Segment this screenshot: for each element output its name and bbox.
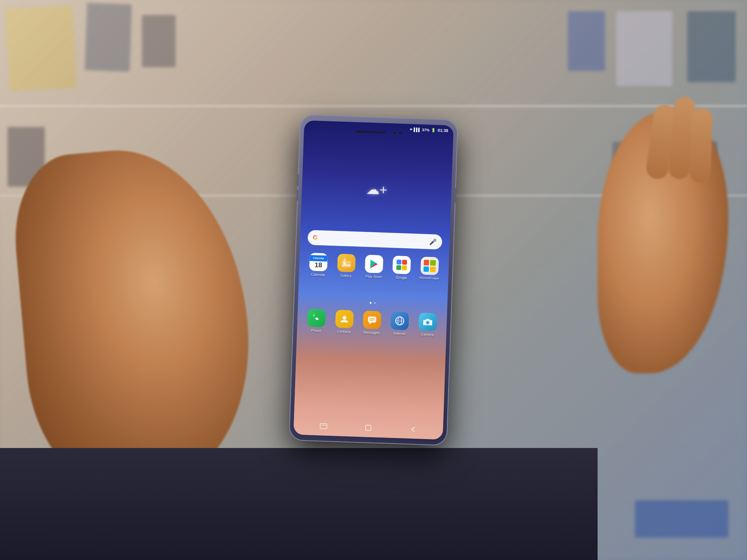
app-camera[interactable]: Camera: [414, 310, 441, 339]
svg-rect-8: [402, 265, 407, 270]
contacts-icon: [335, 310, 354, 329]
calendar-icon: Calendar 18: [309, 253, 328, 271]
playstore-label: Play Store: [365, 274, 382, 279]
bluetooth-icon: ✦: [409, 127, 412, 131]
contacts-svg: [339, 314, 349, 324]
app-messages[interactable]: Messages: [358, 308, 385, 337]
back-icon: [409, 426, 417, 433]
app-phone[interactable]: Phone: [303, 307, 330, 336]
home-icon: [365, 424, 372, 432]
recent-apps-button[interactable]: [317, 419, 331, 433]
search-bar[interactable]: G 🎤: [307, 230, 442, 250]
microsoft-grid: [424, 260, 436, 272]
hand-sleeve: [0, 448, 598, 560]
phone-app-icon: [307, 309, 326, 327]
battery-percent: 37%: [422, 128, 430, 132]
svg-rect-3: [343, 258, 345, 261]
phone-screen: ✦ ▌▌▌ 37% 🔋 01:38 ☁+ G 🎤: [293, 120, 453, 439]
camera-label: Camera: [421, 332, 434, 337]
internet-icon: [391, 312, 409, 330]
svg-point-9: [342, 316, 346, 320]
search-placeholder: [320, 238, 426, 242]
navigation-bar: [293, 416, 443, 440]
playstore-icon: [365, 255, 384, 273]
svg-rect-13: [369, 320, 373, 321]
app-internet[interactable]: Internet: [386, 309, 413, 338]
home-button[interactable]: [362, 421, 375, 435]
clock: 01:38: [438, 128, 449, 133]
screen-content: ☁+ G 🎤 Calendar 18 Cale: [293, 131, 453, 439]
camera-svg: [422, 317, 433, 327]
google-svg: [396, 259, 407, 271]
google-label: Google: [396, 275, 407, 280]
svg-rect-21: [320, 423, 327, 429]
calendar-header: Calendar: [310, 255, 328, 262]
internet-label: Internet: [393, 331, 406, 336]
google-icon: [393, 256, 411, 274]
gallery-icon: [337, 254, 356, 273]
svg-rect-6: [402, 260, 407, 265]
app-grid-row1: Calendar 18 Calendar: [303, 250, 445, 283]
gallery-label: Gallery: [340, 273, 351, 278]
svg-marker-11: [369, 323, 372, 324]
finger-3: [689, 108, 713, 183]
svg-rect-23: [366, 425, 371, 430]
svg-rect-7: [396, 265, 401, 270]
app-google[interactable]: Google: [388, 253, 415, 282]
volume-up-button[interactable]: [297, 175, 299, 186]
ms-square-2: [430, 260, 436, 265]
dot-1: [370, 302, 372, 304]
microsoft-icon: [420, 256, 439, 275]
svg-rect-0: [342, 261, 351, 268]
svg-line-17: [396, 319, 404, 319]
contacts-label: Contacts: [337, 329, 351, 334]
signal-bars: ▌▌▌: [414, 127, 421, 132]
dot-2: [374, 302, 376, 304]
google-search-widget[interactable]: G 🎤: [307, 230, 442, 250]
gallery-svg: [341, 258, 352, 268]
playstore-svg: [368, 258, 380, 270]
ms-square-1: [424, 260, 429, 265]
messages-icon: [363, 311, 381, 329]
app-contacts[interactable]: Contacts: [331, 307, 358, 336]
cloud-widget[interactable]: ☁+: [302, 179, 452, 200]
svg-rect-10: [368, 317, 376, 323]
phone-body: ✦ ▌▌▌ 37% 🔋 01:38 ☁+ G 🎤: [289, 115, 458, 445]
calendar-label: Calendar: [311, 272, 325, 277]
calendar-date: 18: [314, 261, 322, 269]
svg-line-16: [396, 321, 404, 321]
voice-search-icon[interactable]: 🎤: [429, 238, 437, 246]
google-logo: G: [313, 234, 318, 241]
svg-line-18: [396, 323, 403, 323]
ms-square-4: [430, 267, 436, 272]
ms-square-3: [424, 266, 429, 272]
cloud-icon: ☁+: [366, 181, 387, 198]
camera-icon: [418, 312, 437, 331]
phone-app-label: Phone: [311, 328, 321, 333]
app-microsoft[interactable]: Microsoft Apps: [416, 254, 443, 283]
page-dots: [298, 299, 447, 307]
svg-rect-5: [397, 259, 402, 264]
messages-label: Messages: [363, 330, 380, 335]
app-grid-row2: Phone Contacts: [301, 306, 443, 339]
microsoft-label: Microsoft Apps: [419, 276, 439, 280]
app-playstore[interactable]: Play Store: [360, 252, 388, 281]
status-icons: ✦ ▌▌▌ 37% 🔋 01:38: [409, 127, 449, 133]
internet-svg: [394, 315, 406, 327]
recent-icon: [320, 423, 328, 429]
messages-svg: [367, 314, 378, 325]
volume-down-button[interactable]: [297, 190, 298, 201]
battery-icon: 🔋: [431, 128, 436, 132]
app-calendar[interactable]: Calendar 18 Calendar: [305, 251, 332, 280]
app-gallery[interactable]: Gallery: [332, 251, 360, 280]
back-button[interactable]: [406, 422, 420, 436]
phone-svg: [311, 313, 322, 323]
